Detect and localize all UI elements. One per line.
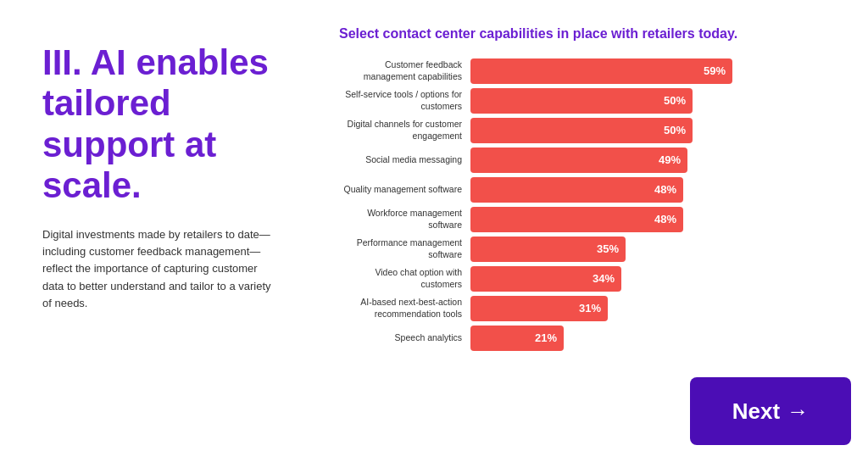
bar-value: 34% [593, 272, 615, 285]
chart-title: Select contact center capabilities in pl… [339, 25, 843, 43]
bar: 21% [470, 326, 564, 351]
subtitle-text: Digital investments made by retailers to… [42, 226, 280, 312]
bar-value: 31% [579, 302, 601, 314]
bar: 48% [470, 177, 683, 203]
bar-value: 50% [664, 94, 686, 107]
bar-wrapper: 50% [470, 88, 843, 114]
bar-value: 59% [704, 64, 726, 77]
bar-value: 48% [654, 183, 676, 196]
bar: 48% [470, 207, 683, 232]
bar-label: Speech analytics [339, 332, 462, 344]
bar-label: Quality management software [339, 184, 462, 196]
bar-label: Self-service tools / options for custome… [339, 89, 462, 112]
bar-label: Customer feedback management capabilitie… [339, 59, 462, 82]
bar-value: 49% [659, 153, 681, 166]
bar-wrapper: 34% [470, 266, 843, 292]
bar-wrapper: 48% [470, 207, 843, 232]
bar: 50% [470, 88, 693, 114]
bar: 35% [470, 237, 626, 262]
bar-value: 21% [535, 331, 557, 344]
chart-row: Workforce management software48% [339, 207, 843, 232]
chart-row: Customer feedback management capabilitie… [339, 58, 843, 84]
bar-wrapper: 35% [470, 237, 843, 262]
bar: 31% [470, 296, 608, 321]
bar-wrapper: 48% [470, 177, 843, 203]
next-button-label: Next→ [732, 398, 809, 425]
bar-wrapper: 31% [470, 296, 843, 321]
bar-label: Workforce management software [339, 208, 462, 231]
chart-row: Performance management software35% [339, 237, 843, 262]
chart-row: Self-service tools / options for custome… [339, 88, 843, 114]
bar: 49% [470, 148, 687, 173]
chart-row: Speech analytics21% [339, 326, 843, 351]
left-panel: III. AI enables tailored support at scal… [0, 0, 322, 462]
chart-row: Video chat option with customers34% [339, 266, 843, 292]
chart-row: Social media messaging49% [339, 148, 843, 173]
chart-row: Quality management software48% [339, 177, 843, 203]
bar-label: Social media messaging [339, 154, 462, 166]
bar-label: Digital channels for customer engagement [339, 119, 462, 142]
right-panel: Select contact center capabilities in pl… [322, 0, 868, 462]
bar: 59% [470, 58, 732, 84]
bar-wrapper: 49% [470, 148, 843, 173]
bar: 34% [470, 266, 621, 292]
bar-wrapper: 21% [470, 326, 843, 351]
bar-wrapper: 50% [470, 118, 843, 143]
chart-row: Digital channels for customer engagement… [339, 118, 843, 143]
next-button[interactable]: Next→ [690, 377, 851, 445]
page-title: III. AI enables tailored support at scal… [42, 42, 288, 206]
bar-value: 50% [664, 124, 686, 136]
bar-label: Video chat option with customers [339, 267, 462, 290]
bar-label: AI-based next-best-action recommendation… [339, 297, 462, 320]
bar-value: 48% [654, 213, 676, 225]
bar-value: 35% [597, 242, 619, 255]
bar: 50% [470, 118, 693, 143]
bar-label: Performance management software [339, 237, 462, 260]
chart-row: AI-based next-best-action recommendation… [339, 296, 843, 321]
bar-wrapper: 59% [470, 58, 843, 84]
